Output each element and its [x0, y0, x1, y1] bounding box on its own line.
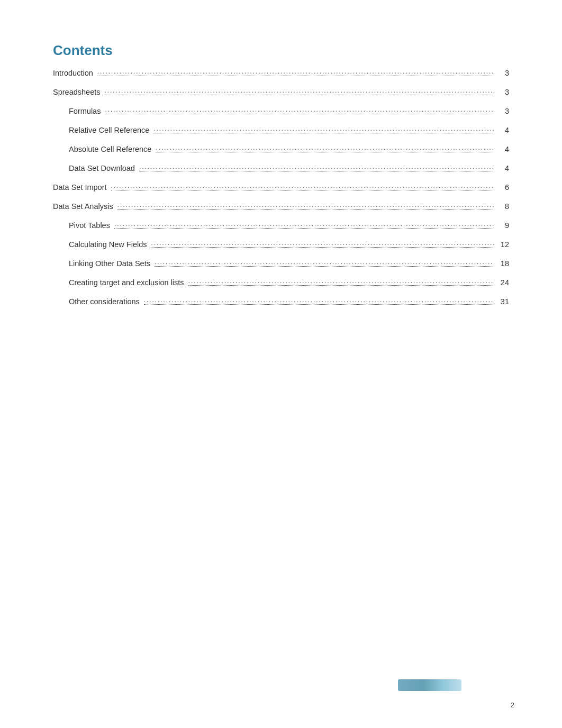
toc-label-other-considerations: Other considerations	[53, 297, 140, 306]
toc-page-absolute-cell-reference: 4	[498, 145, 509, 153]
toc-item-relative-cell-reference[interactable]: Relative Cell Reference.................…	[53, 125, 509, 144]
toc-page-linking-other-data-sets: 18	[498, 259, 509, 268]
toc-label-data-set-download: Data Set Download	[53, 164, 135, 172]
toc-label-pivot-tables: Pivot Tables	[53, 221, 110, 230]
toc-page-data-set-import: 6	[498, 183, 509, 192]
logo-image	[398, 679, 461, 691]
toc-page-relative-cell-reference: 4	[498, 126, 509, 134]
toc-label-linking-other-data-sets: Linking Other Data Sets	[53, 259, 150, 268]
toc-page-creating-target-exclusion: 24	[498, 278, 509, 287]
toc-label-formulas: Formulas	[53, 107, 101, 115]
toc-item-pivot-tables[interactable]: Pivot Tables............................…	[53, 221, 509, 240]
toc-dots-introduction: ........................................…	[97, 66, 494, 76]
toc-dots-calculating-new-fields: ........................................…	[151, 238, 494, 248]
toc-label-absolute-cell-reference: Absolute Cell Reference	[53, 145, 151, 153]
toc-dots-pivot-tables: ........................................…	[114, 219, 494, 229]
toc-label-data-set-import: Data Set Import	[53, 183, 107, 192]
toc-dots-creating-target-exclusion: ........................................…	[188, 276, 494, 286]
page: Contents Introduction...................…	[0, 0, 562, 728]
toc-page-pivot-tables: 9	[498, 221, 509, 230]
toc-page-formulas: 3	[498, 107, 509, 115]
toc-dots-other-considerations: ........................................…	[144, 295, 494, 305]
toc-dots-absolute-cell-reference: ........................................…	[156, 142, 494, 152]
toc-page-data-set-download: 4	[498, 164, 509, 172]
toc-item-data-set-analysis[interactable]: Data Set Analysis.......................…	[53, 202, 509, 221]
toc-label-introduction: Introduction	[53, 69, 93, 77]
table-of-contents: Introduction............................…	[53, 68, 509, 316]
toc-page-other-considerations: 31	[498, 297, 509, 306]
toc-page-spreadsheets: 3	[498, 88, 509, 96]
toc-dots-formulas: ........................................…	[105, 104, 494, 114]
footer: 2	[511, 701, 514, 712]
toc-dots-data-set-analysis: ........................................…	[117, 199, 494, 210]
toc-item-linking-other-data-sets[interactable]: Linking Other Data Sets.................…	[53, 259, 509, 278]
toc-item-calculating-new-fields[interactable]: Calculating New Fields..................…	[53, 240, 509, 259]
toc-item-introduction[interactable]: Introduction............................…	[53, 68, 509, 87]
toc-dots-data-set-import: ........................................…	[111, 180, 494, 190]
toc-item-data-set-download[interactable]: Data Set Download.......................…	[53, 163, 509, 183]
toc-dots-spreadsheets: ........................................…	[104, 85, 494, 95]
toc-label-spreadsheets: Spreadsheets	[53, 88, 100, 96]
toc-label-data-set-analysis: Data Set Analysis	[53, 202, 113, 211]
toc-page-data-set-analysis: 8	[498, 202, 509, 211]
toc-item-spreadsheets[interactable]: Spreadsheets............................…	[53, 87, 509, 106]
toc-item-data-set-import[interactable]: Data Set Import.........................…	[53, 183, 509, 202]
toc-item-other-considerations[interactable]: Other considerations....................…	[53, 297, 509, 316]
toc-dots-relative-cell-reference: ........................................…	[153, 123, 494, 133]
page-number: 2	[511, 701, 514, 709]
toc-item-formulas[interactable]: Formulas................................…	[53, 106, 509, 125]
toc-dots-linking-other-data-sets: ........................................…	[155, 257, 494, 267]
toc-page-calculating-new-fields: 12	[498, 240, 509, 249]
page-title: Contents	[53, 42, 509, 59]
toc-dots-data-set-download: ........................................…	[139, 161, 494, 171]
toc-item-creating-target-exclusion[interactable]: Creating target and exclusion lists.....…	[53, 278, 509, 297]
toc-label-relative-cell-reference: Relative Cell Reference	[53, 126, 149, 134]
toc-item-absolute-cell-reference[interactable]: Absolute Cell Reference.................…	[53, 144, 509, 163]
toc-label-calculating-new-fields: Calculating New Fields	[53, 240, 147, 249]
toc-page-introduction: 3	[498, 69, 509, 77]
toc-label-creating-target-exclusion: Creating target and exclusion lists	[53, 278, 184, 287]
